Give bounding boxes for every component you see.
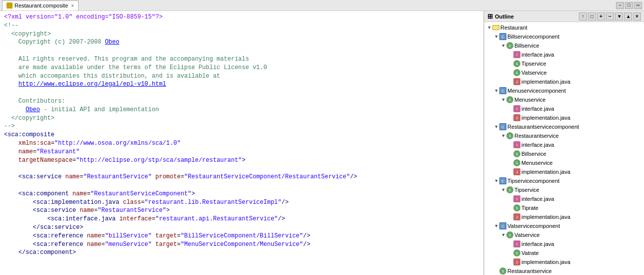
editor-tab[interactable]: Restaurant.composite × <box>2 1 79 11</box>
maximize-button[interactable]: ▭ <box>634 2 642 9</box>
tree-item-label: Vatrate <box>521 250 539 256</box>
tree-item[interactable]: SVatservice <box>484 230 644 239</box>
tree-item[interactable]: CBillservicecomponent <box>484 32 644 41</box>
tree-item-icon: S <box>499 267 506 274</box>
tree-item-label: interface.java <box>521 106 554 112</box>
tree-item-icon: J <box>513 114 520 121</box>
tree-item[interactable]: CRestaurantservicecomponent <box>484 122 644 131</box>
tree-item-label: interface.java <box>521 241 554 247</box>
outline-tree[interactable]: RestaurantCBillservicecomponentSBillserv… <box>484 22 644 275</box>
tree-expander[interactable] <box>507 115 513 121</box>
tree-item-icon: J <box>513 213 520 220</box>
tree-item-label: Restaurant <box>500 25 527 31</box>
tree-item[interactable]: Jimplementation.java <box>484 257 644 266</box>
outline-close-btn[interactable]: × <box>633 13 641 21</box>
tree-item[interactable]: STiprate <box>484 203 644 212</box>
tree-item[interactable]: Jimplementation.java <box>484 212 644 221</box>
tree-item[interactable]: Iinterface.java <box>484 140 644 149</box>
tree-expander[interactable] <box>507 70 513 76</box>
tree-item[interactable]: Restaurant <box>484 23 644 32</box>
tree-item-icon: S <box>513 150 520 157</box>
tree-item[interactable]: SMenuservice <box>484 158 644 167</box>
tree-item[interactable]: SMenuservice <box>484 95 644 104</box>
tree-expander[interactable] <box>500 43 506 49</box>
outline-sync-btn[interactable]: ↑ <box>579 13 587 21</box>
outline-expand-btn[interactable]: + <box>597 13 605 21</box>
tree-item[interactable]: CMenuservicecomponent <box>484 86 644 95</box>
tree-expander[interactable] <box>507 196 513 202</box>
editor-pane[interactable]: <?xml version="1.0" encoding="ISO-8859-1… <box>0 11 484 275</box>
tree-item-icon: S <box>513 60 520 67</box>
tree-expander[interactable] <box>500 187 506 193</box>
outline-icon: ⊞ <box>487 13 493 20</box>
tree-item-label: implementation.java <box>521 79 570 85</box>
tree-item[interactable]: Jimplementation.java <box>484 113 644 122</box>
tree-expander[interactable] <box>507 205 513 211</box>
tree-item[interactable]: STipservice <box>484 185 644 194</box>
tree-item[interactable]: SVatrate <box>484 248 644 257</box>
tree-expander[interactable] <box>507 169 513 175</box>
tree-expander[interactable] <box>507 250 513 256</box>
tree-expander[interactable] <box>507 106 513 112</box>
tab-close-button[interactable]: × <box>71 3 74 9</box>
tree-item-icon: S <box>506 186 513 193</box>
tree-item-label: Menuservice <box>521 160 552 166</box>
tree-item-label: interface.java <box>521 196 554 202</box>
outline-header: ⊞ Outline ↑ □ + − ▾ ▴ × <box>484 11 644 22</box>
minimize-button[interactable]: − <box>616 2 624 9</box>
tree-item-label: Vatservice <box>521 70 547 76</box>
tree-item-icon: S <box>513 204 520 211</box>
outline-max-btn[interactable]: ▴ <box>624 13 632 21</box>
tree-expander[interactable] <box>507 160 513 166</box>
tree-item[interactable]: CVatservicecomponent <box>484 221 644 230</box>
tree-item-label: interface.java <box>521 142 554 148</box>
tree-item[interactable]: SRestaurantservice <box>484 131 644 140</box>
tree-expander[interactable] <box>500 97 506 103</box>
outline-min-btn[interactable]: − <box>606 13 614 21</box>
editor-text-area[interactable]: <?xml version="1.0" encoding="ISO-8859-1… <box>0 11 483 259</box>
tree-expander[interactable] <box>507 214 513 220</box>
outline-restore-btn[interactable]: ▾ <box>615 13 623 21</box>
tree-expander[interactable] <box>507 79 513 85</box>
tree-item[interactable]: CTipservicecomponent <box>484 176 644 185</box>
tree-expander[interactable] <box>500 133 506 139</box>
tree-item-label: implementation.java <box>521 169 570 175</box>
main-layout: <?xml version="1.0" encoding="ISO-8859-1… <box>0 11 644 275</box>
tree-item-icon: I <box>513 240 520 247</box>
outline-collapse-btn[interactable]: □ <box>588 13 596 21</box>
tree-item-icon: C <box>499 177 506 184</box>
tree-expander[interactable] <box>507 151 513 157</box>
tree-item[interactable]: Iinterface.java <box>484 194 644 203</box>
tree-item-icon: I <box>513 105 520 112</box>
tree-item-label: Restaurantservice <box>507 268 552 274</box>
tree-expander[interactable] <box>507 61 513 67</box>
tree-item[interactable]: SBillservice <box>484 41 644 50</box>
tree-expander[interactable] <box>493 178 499 184</box>
tree-expander[interactable] <box>493 124 499 130</box>
tree-item[interactable]: Jimplementation.java <box>484 77 644 86</box>
tree-item[interactable]: Jimplementation.java <box>484 167 644 176</box>
tree-item[interactable]: SBillservice <box>484 149 644 158</box>
tree-item-label: Menuservicecomponent <box>507 88 566 94</box>
tree-item-label: Restaurantservicecomponent <box>507 124 579 130</box>
tree-expander[interactable] <box>507 259 513 265</box>
tree-expander[interactable] <box>507 241 513 247</box>
tree-expander[interactable] <box>493 223 499 229</box>
tree-item[interactable]: SVatservice <box>484 68 644 77</box>
tree-expander[interactable] <box>493 34 499 40</box>
tree-expander[interactable] <box>486 25 492 31</box>
tree-item[interactable]: Iinterface.java <box>484 104 644 113</box>
tree-expander[interactable] <box>507 52 513 58</box>
tree-item[interactable]: Iinterface.java <box>484 239 644 248</box>
tree-item[interactable]: SRestaurantservice <box>484 266 644 275</box>
tab-label: Restaurant.composite <box>15 3 68 9</box>
tree-expander[interactable] <box>493 88 499 94</box>
tree-expander[interactable] <box>507 142 513 148</box>
tree-expander[interactable] <box>493 268 499 274</box>
tree-item-label: Tipservicecomponent <box>507 178 559 184</box>
tree-expander[interactable] <box>500 232 506 238</box>
tree-item[interactable]: Iinterface.java <box>484 50 644 59</box>
restore-button[interactable]: □ <box>625 2 633 9</box>
tree-item-icon: S <box>506 132 513 139</box>
tree-item[interactable]: STipservice <box>484 59 644 68</box>
